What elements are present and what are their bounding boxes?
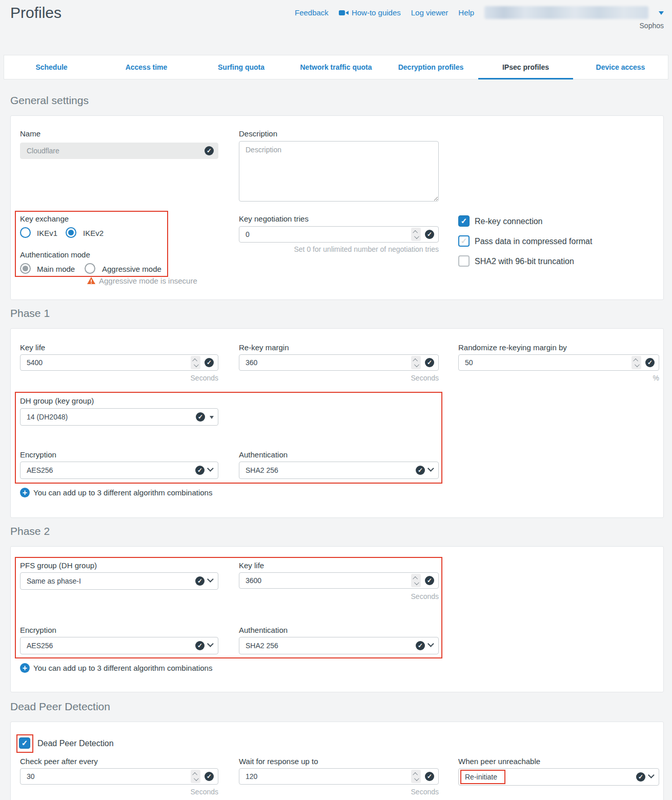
valid-check-icon: ✓ [425, 772, 434, 781]
howto-guides-link[interactable]: How-to guides [339, 8, 401, 17]
sha2-truncation-label[interactable]: SHA2 with 96-bit truncation [475, 257, 574, 266]
general-settings-card: Name Cloudflare ✓ Description Key exchan… [10, 115, 664, 300]
device-name-redacted [484, 6, 648, 19]
dh-group-select[interactable]: 14 (DH2048) ✓ [20, 408, 218, 426]
number-stepper[interactable] [411, 356, 421, 369]
phase1-add-note: You can add up to 3 different algorithm … [33, 488, 212, 497]
plus-circle-icon[interactable]: + [20, 663, 30, 673]
rekey-margin-value: 360 [246, 358, 411, 367]
page-title: Profiles [10, 4, 62, 22]
phase1-encryption-select[interactable]: AES256 ✓ [20, 462, 218, 479]
number-stepper[interactable] [191, 356, 200, 369]
compressed-format-label[interactable]: Pass data in compressed format [475, 237, 592, 246]
tab-ipsec-profiles[interactable]: IPsec profiles [478, 55, 573, 79]
randomize-margin-value: 50 [465, 358, 632, 367]
chevron-down-icon [648, 772, 655, 778]
valid-check-icon: ✓ [636, 772, 645, 782]
feedback-link[interactable]: Feedback [295, 8, 329, 17]
description-textarea[interactable] [239, 141, 439, 202]
valid-check-icon: ✓ [195, 466, 205, 475]
howto-guides-label: How-to guides [352, 8, 401, 17]
phase2-authentication-value: SHA2 256 [246, 642, 416, 650]
tab-access-time[interactable]: Access time [99, 55, 194, 79]
compressed-format-checkbox[interactable]: ✓ [458, 235, 470, 247]
chevron-down-icon [207, 465, 214, 472]
phase2-authentication-select[interactable]: SHA2 256 ✓ [239, 637, 439, 654]
valid-check-icon: ✓ [195, 576, 205, 586]
radio-ikev1-label[interactable]: IKEv1 [37, 229, 57, 237]
pfs-group-value: Same as phase-I [27, 577, 195, 585]
valid-check-icon: ✓ [645, 358, 655, 367]
phase2-key-life-label: Key life [239, 561, 264, 570]
rekey-connection-checkbox[interactable]: ✓ [458, 215, 470, 227]
valid-check-icon: ✓ [196, 412, 205, 422]
log-viewer-link[interactable]: Log viewer [411, 8, 449, 17]
chevron-down-icon [207, 576, 214, 583]
wait-response-label: Wait for response up to [239, 757, 318, 766]
authentication-mode-label: Authentication mode [20, 250, 90, 259]
wait-response-value: 120 [246, 772, 411, 781]
key-exchange-label: Key exchange [20, 214, 69, 223]
valid-check-icon: ✓ [425, 358, 434, 367]
number-stepper[interactable] [632, 356, 641, 369]
chevron-down-icon [207, 641, 214, 647]
chevron-down-icon[interactable] [659, 11, 664, 17]
phase1-encryption-label: Encryption [20, 450, 56, 459]
randomize-margin-label: Randomize re-keying margin by [458, 343, 567, 352]
valid-check-icon: ✓ [205, 772, 214, 781]
help-link[interactable]: Help [458, 8, 474, 17]
number-stepper[interactable] [191, 770, 200, 783]
dpd-card: ✓ Dead Peer Detection Check peer after e… [10, 722, 664, 800]
video-camera-icon [339, 10, 349, 16]
sha2-truncation-checkbox[interactable] [458, 255, 470, 267]
radio-aggressive-mode[interactable] [85, 263, 95, 274]
radio-main-mode-label[interactable]: Main mode [37, 265, 75, 273]
dpd-checkbox[interactable]: ✓ [19, 737, 30, 749]
dh-group-label: DH group (key group) [20, 396, 94, 405]
radio-ikev2[interactable] [66, 227, 76, 238]
dropdown-caret-icon [210, 416, 214, 421]
radio-aggressive-mode-label[interactable]: Aggressive mode [102, 265, 161, 273]
plus-circle-icon[interactable]: + [20, 488, 30, 497]
number-stepper[interactable] [411, 228, 421, 241]
radio-ikev2-label[interactable]: IKEv2 [83, 229, 104, 237]
dpd-heading: Dead Peer Detection [10, 701, 110, 713]
number-stepper[interactable] [411, 770, 421, 783]
rekey-connection-label[interactable]: Re-key connection [475, 217, 543, 226]
randomize-margin-input[interactable]: 50 ✓ [458, 354, 659, 371]
wait-response-input[interactable]: 120 ✓ [239, 768, 439, 785]
peer-unreachable-value: Re-initiate [465, 773, 636, 781]
tab-surfing-quota[interactable]: Surfing quota [194, 55, 289, 79]
pfs-group-select[interactable]: Same as phase-I ✓ [20, 572, 218, 590]
tab-schedule[interactable]: Schedule [4, 55, 99, 79]
pfs-group-label: PFS group (DH group) [20, 561, 97, 570]
phase1-encryption-value: AES256 [27, 466, 195, 474]
phase1-key-life-input[interactable]: 5400 ✓ [20, 354, 218, 371]
phase1-authentication-select[interactable]: SHA2 256 ✓ [239, 462, 439, 479]
radio-main-mode[interactable] [20, 263, 31, 274]
check-peer-value: 30 [27, 772, 191, 781]
tab-device-access[interactable]: Device access [573, 55, 668, 79]
chevron-down-icon [427, 465, 434, 472]
check-peer-input[interactable]: 30 ✓ [20, 768, 218, 785]
valid-check-icon: ✓ [416, 641, 425, 650]
top-navigation: Feedback How-to guides Log viewer Help [295, 6, 664, 19]
phase2-encryption-select[interactable]: AES256 ✓ [20, 637, 218, 654]
tab-network-traffic-quota[interactable]: Network traffic quota [289, 55, 383, 79]
dpd-checkbox-label[interactable]: Dead Peer Detection [37, 739, 114, 748]
peer-unreachable-select[interactable]: Re-initiate ✓ [458, 768, 659, 786]
tab-decryption-profiles[interactable]: Decryption profiles [383, 55, 478, 79]
radio-ikev1[interactable] [20, 227, 31, 238]
phase2-key-life-value: 3600 [246, 576, 411, 585]
phase1-authentication-value: SHA2 256 [246, 466, 416, 474]
chevron-down-icon [427, 641, 434, 647]
check-peer-hint: Seconds [20, 788, 218, 796]
rekey-margin-input[interactable]: 360 ✓ [239, 354, 439, 371]
key-negotiation-input[interactable]: 0 ✓ [239, 226, 439, 243]
phase2-key-life-input[interactable]: 3600 ✓ [239, 572, 439, 589]
phase2-encryption-value: AES256 [27, 642, 195, 650]
number-stepper[interactable] [411, 574, 421, 587]
phase1-key-life-label: Key life [20, 343, 45, 352]
name-field: Cloudflare ✓ [20, 143, 218, 159]
phase1-add-combination-row: + You can add up to 3 different algorith… [20, 488, 212, 497]
